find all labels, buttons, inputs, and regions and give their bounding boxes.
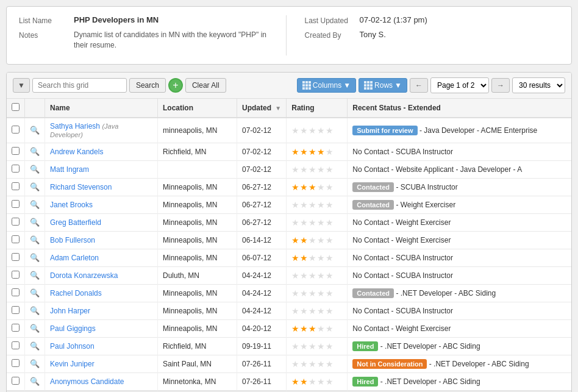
header-search-col [25, 99, 45, 118]
status-description: - Java Developer - ACME Enterprise [419, 126, 537, 135]
row-checkbox[interactable] [12, 200, 20, 208]
prev-page-button[interactable]: ← [410, 78, 428, 93]
candidate-name-link[interactable]: John Harper [50, 307, 90, 315]
results-select[interactable]: 30 results [512, 77, 565, 93]
row-checkbox[interactable] [12, 359, 20, 367]
candidate-name-link[interactable]: Paul Johnson [50, 342, 95, 351]
columns-button[interactable]: Columns ▼ [297, 78, 356, 93]
star-icon: ★ [309, 324, 316, 333]
status-description: No Contact - SCUBA Instructor [352, 148, 453, 156]
candidate-name-link[interactable]: Rachel Donalds [50, 289, 102, 298]
add-button[interactable]: + [168, 78, 183, 93]
table-row: 🔍Dorota KonarzewskaDuluth, MN04-24-12★★★… [7, 266, 571, 284]
table-row: 🔍Andrew KandelsRichfield, MN07-02-12★★★★… [7, 143, 571, 160]
next-page-button[interactable]: → [491, 78, 510, 93]
star-icon: ★ [309, 165, 316, 174]
created-by-value: Tony S. [360, 30, 386, 39]
candidate-status: Hired - .NET Developer - ABC Siding [348, 372, 571, 390]
row-search-icon[interactable]: 🔍 [30, 359, 40, 368]
star-icon: ★ [291, 288, 299, 298]
row-search-icon[interactable]: 🔍 [30, 306, 40, 315]
row-checkbox[interactable] [12, 306, 20, 314]
candidate-name-link[interactable]: Bob Fullerson [50, 236, 95, 244]
star-icon: ★ [326, 165, 334, 174]
row-checkbox[interactable] [12, 182, 20, 190]
candidate-location: Minneapolis, MN [158, 302, 237, 319]
row-checkbox[interactable] [12, 253, 20, 261]
candidate-location: Minneapolis, MN [158, 249, 237, 266]
candidate-name-link[interactable]: Greg Batterfield [50, 218, 101, 227]
candidate-name-link[interactable]: Andrew Kandels [50, 148, 103, 156]
star-icon: ★ [309, 235, 316, 245]
star-icon: ★ [300, 165, 308, 174]
status-description: - .NET Developer - ABC Siding [380, 342, 480, 351]
star-icon: ★ [326, 200, 334, 210]
candidate-name-link[interactable]: Matt Ingram [50, 165, 89, 174]
star-icon: ★ [317, 288, 325, 298]
candidate-name-link[interactable]: Janet Brooks [50, 201, 93, 209]
row-search-icon[interactable]: 🔍 [30, 341, 40, 351]
candidate-name-link[interactable]: Anonymous Candidate [50, 377, 124, 386]
row-search-icon[interactable]: 🔍 [30, 200, 40, 209]
candidate-status: No Contact - Weight Exerciser [348, 231, 571, 249]
star-icon: ★ [326, 182, 334, 192]
candidate-rating: ★★★★★ [287, 266, 348, 284]
candidate-updated: 07-02-12 [237, 160, 287, 178]
row-search-icon[interactable]: 🔍 [30, 288, 40, 298]
star-icon: ★ [300, 200, 308, 210]
filter-dropdown-button[interactable]: ▼ [13, 78, 30, 93]
row-search-icon[interactable]: 🔍 [30, 271, 40, 280]
candidate-name-link[interactable]: Sathya Hariesh [50, 122, 100, 130]
star-icon: ★ [309, 200, 316, 210]
row-search-icon[interactable]: 🔍 [30, 218, 40, 227]
row-search-icon[interactable]: 🔍 [30, 235, 40, 244]
candidate-name-link[interactable]: Richard Stevenson [50, 183, 112, 191]
page-select[interactable]: Page 1 of 2 [430, 77, 489, 93]
status-badge: Not in Consideration [352, 359, 427, 369]
star-icon: ★ [309, 306, 316, 316]
star-icon: ★ [300, 271, 308, 280]
row-search-icon[interactable]: 🔍 [30, 182, 40, 191]
row-checkbox[interactable] [12, 165, 20, 173]
row-checkbox[interactable] [12, 324, 20, 332]
created-by-row: Created By Tony S. [305, 30, 560, 40]
last-updated-value: 07-02-12 (1:37 pm) [360, 15, 427, 24]
search-button[interactable]: Search [129, 78, 166, 93]
clear-button[interactable]: Clear All [185, 78, 226, 93]
row-checkbox[interactable] [12, 288, 20, 296]
candidate-status: No Contact - SCUBA Instructor [348, 143, 571, 160]
star-icon: ★ [309, 147, 316, 157]
candidate-name-link[interactable]: Dorota Konarzewska [50, 271, 118, 280]
candidate-updated: 07-26-11 [237, 372, 287, 390]
row-checkbox[interactable] [12, 377, 20, 385]
row-checkbox[interactable] [12, 271, 20, 279]
row-search-icon[interactable]: 🔍 [30, 377, 40, 386]
header-rating: Rating [287, 99, 348, 118]
star-icon: ★ [317, 253, 325, 263]
header-checkbox-col [7, 99, 25, 118]
star-icon: ★ [300, 288, 308, 298]
row-search-icon[interactable]: 🔍 [30, 165, 40, 174]
info-left: List Name PHP Developers in MN Notes Dyn… [19, 15, 287, 55]
row-search-icon[interactable]: 🔍 [30, 253, 40, 262]
star-icon: ★ [326, 359, 334, 369]
row-checkbox[interactable] [12, 147, 20, 155]
row-checkbox[interactable] [12, 126, 20, 134]
candidate-location: minneapolis, MN [158, 118, 237, 143]
toolbar-left: ▼ Search + Clear All [13, 78, 226, 93]
candidate-name-link[interactable]: Paul Giggings [50, 324, 96, 333]
table-body: 🔍Sathya Hariesh (Java Developer)minneapo… [7, 118, 571, 391]
status-description: No Contact - Website Applicant - Java De… [352, 165, 522, 174]
search-input[interactable] [32, 78, 127, 93]
candidate-location: Minneapolis, MN [158, 213, 237, 231]
row-search-icon[interactable]: 🔍 [30, 126, 40, 135]
row-checkbox[interactable] [12, 235, 20, 243]
row-checkbox[interactable] [12, 341, 20, 349]
row-search-icon[interactable]: 🔍 [30, 147, 40, 156]
candidate-name-link[interactable]: Adam Carleton [50, 254, 99, 262]
row-checkbox[interactable] [12, 218, 20, 226]
candidate-name-link[interactable]: Kevin Juniper [50, 360, 95, 368]
row-search-icon[interactable]: 🔍 [30, 324, 40, 333]
rows-button[interactable]: Rows ▼ [359, 78, 407, 93]
select-all-checkbox[interactable] [12, 103, 20, 111]
